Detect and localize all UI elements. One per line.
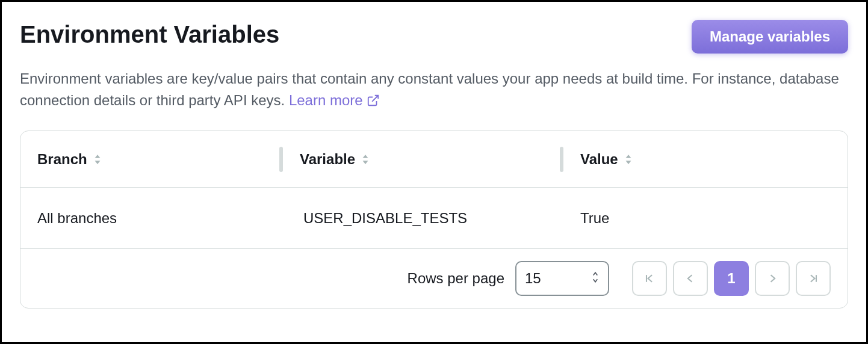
table-row: All branches USER_DISABLE_TESTS True <box>20 188 848 249</box>
pagination-prev-button[interactable] <box>673 261 708 296</box>
rows-per-page-label: Rows per page <box>408 270 504 287</box>
learn-more-link[interactable]: Learn more <box>289 90 380 111</box>
sort-icon <box>624 154 633 165</box>
page-title: Environment Variables <box>20 20 279 49</box>
description-body: Environment variables are key/value pair… <box>20 70 839 108</box>
pagination-controls: 1 <box>632 261 831 296</box>
column-header-value[interactable]: Value <box>563 131 848 187</box>
column-header-branch-label: Branch <box>37 151 87 168</box>
external-link-icon <box>367 94 380 107</box>
pagination-page-1-button[interactable]: 1 <box>714 261 749 296</box>
table-footer: Rows per page 15 1 <box>20 249 848 308</box>
cell-value: True <box>556 210 848 227</box>
column-header-branch[interactable]: Branch <box>20 131 279 187</box>
manage-variables-button[interactable]: Manage variables <box>692 20 848 54</box>
env-variables-table: Branch Variable Value All branches USER_… <box>20 131 848 309</box>
svg-line-0 <box>372 96 378 102</box>
select-chevron-icon <box>591 270 600 287</box>
description-text: Environment variables are key/value pair… <box>20 68 848 111</box>
column-header-value-label: Value <box>580 151 618 168</box>
sort-icon <box>93 154 102 165</box>
table-header-row: Branch Variable Value <box>20 131 848 188</box>
learn-more-label: Learn more <box>289 90 363 111</box>
column-header-variable-label: Variable <box>300 151 355 168</box>
column-header-variable[interactable]: Variable <box>283 131 560 187</box>
sort-icon <box>361 154 370 165</box>
cell-branch: All branches <box>20 210 279 227</box>
pagination-first-button[interactable] <box>632 261 667 296</box>
cell-variable: USER_DISABLE_TESTS <box>279 210 556 227</box>
rows-per-page-select[interactable]: 15 <box>515 261 609 296</box>
pagination-next-button[interactable] <box>755 261 790 296</box>
pagination-last-button[interactable] <box>796 261 831 296</box>
rows-per-page-value: 15 <box>525 270 541 287</box>
